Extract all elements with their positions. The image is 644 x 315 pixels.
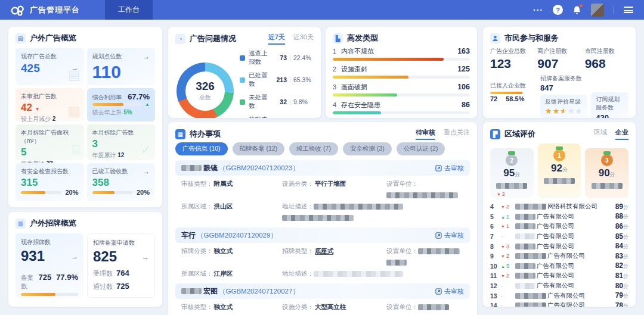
outdoor-ad-title: 户外广告概览: [30, 33, 76, 43]
high-types-card: ▙ 高发类型 1内容不规范163 2设施歪斜125 3画面破损106 4存在安全…: [326, 27, 477, 118]
redacted-block: [515, 253, 546, 259]
pill-completion-acceptance[interactable]: 竣工验收 (7): [289, 142, 338, 155]
redacted-block: [418, 304, 449, 310]
stat-removed-count: 本月拆除广告数 3 年度累计 12 ✓: [87, 124, 156, 160]
redacted-block: [181, 288, 202, 294]
podium-rank-1[interactable]: 1 92分: [538, 144, 581, 198]
issues-donut-chart: 326 总数: [177, 63, 234, 118]
tab-last-30-days[interactable]: 近30天: [293, 33, 314, 45]
billboard-icon: ▤: [16, 33, 26, 43]
nav-divider: [614, 6, 614, 14]
redacted-block: [515, 283, 535, 289]
outdoor-sign-title: 户外招牌概览: [30, 218, 76, 229]
podium-rank-3[interactable]: 3 90分: [585, 148, 628, 198]
todo-filter-pills: 广告信息 (10) 招牌备案 (12) 竣工验收 (7) 安全检测 (3) 公司…: [175, 142, 470, 155]
app-logo-icon: [10, 4, 25, 17]
top3-podium: 2 95分 2 1 92分 3 90分: [490, 144, 628, 198]
ranking-row[interactable]: 7 广告有限公司 85分: [490, 232, 628, 242]
stat-merchant-registrations: 商户注册数907: [537, 47, 581, 71]
ranking-row[interactable]: 83 广告有限公司 84分: [490, 241, 628, 251]
redacted-block: [515, 273, 535, 279]
ranking-row[interactable]: 112 广告有限公司 81分: [490, 271, 628, 281]
todo-item: 车行 （GGBM202407120029） 去审核 招牌分类：独立式 招牌类型：…: [175, 227, 470, 280]
ranking-row[interactable]: 12 广告有限公司 80分: [490, 281, 628, 291]
redacted-block: [592, 183, 623, 189]
avatar[interactable]: [591, 4, 604, 17]
help-icon[interactable]: ?: [553, 5, 563, 15]
redacted-block: [515, 204, 546, 210]
watermark-icon: ▤: [68, 67, 80, 83]
redacted-block: [386, 260, 407, 266]
todo-card: ▦ 待办事项 待审核 重点关注 广告信息 (10) 招牌备案 (12) 竣工验收…: [168, 122, 477, 315]
ranking-row[interactable]: 61 广告有限公司 86分: [490, 222, 628, 232]
stat-removed-area: 本月拆除广告面积（m²） 5 年度累计 23 ⌺: [16, 124, 84, 160]
person-icon: [490, 33, 500, 43]
legend-item: 巡查上报数 7322.4%: [240, 49, 314, 66]
more-icon[interactable]: ···: [533, 5, 543, 15]
arrow-right-icon[interactable]: →: [143, 52, 150, 61]
watermark-check-icon: ✓: [141, 142, 151, 158]
ranking-list: 42 网络科技有限公司 89分 51 广告有限公司 88分 61 广告有限公司 …: [490, 202, 628, 307]
go-review-link[interactable]: 去审核: [435, 287, 464, 296]
star-rating: ★★★★★ ★★★★★: [545, 107, 583, 115]
redacted-block: [515, 223, 535, 229]
tab-company[interactable]: 企业: [615, 128, 628, 140]
redacted-block: [282, 215, 354, 221]
pill-sign-record[interactable]: 招牌备案 (12): [233, 142, 285, 155]
bronze-medal-icon: 3: [601, 154, 613, 166]
go-review-link[interactable]: 去审核: [435, 231, 464, 240]
redacted-block: [544, 178, 575, 184]
ad-issues-card: ◔ 广告问题情况 近7天 近30天 326 总数 巡查上报数 7322.4%: [168, 27, 321, 118]
ranking-row[interactable]: 13 广告有限公司 79分: [490, 291, 628, 301]
todo-item: 宏图 （GGBM202407120027） 去审核 审核类型：独立式 设施分类：…: [175, 283, 470, 315]
pill-safety-inspection[interactable]: 安全检测 (3): [343, 142, 392, 155]
tab-region[interactable]: 区域: [594, 128, 607, 140]
legend-item: 超期未处置数 82.5%: [240, 116, 314, 118]
menu-icon[interactable]: [624, 7, 633, 13]
redacted-block: [496, 183, 527, 189]
arrow-right-icon[interactable]: →: [143, 167, 150, 176]
region-eval-card: ▛ 区域评价 区域 企业 2 95分 2 1 92分 3 90分: [483, 122, 636, 307]
pill-company-certification[interactable]: 公司认证 (2): [397, 142, 445, 155]
redacted-block: [515, 244, 535, 249]
stat-ad-companies: 广告企业总数123: [490, 47, 534, 71]
stat-connected-companies: 已接入企业数 7258.5%: [490, 82, 537, 118]
ranking-row[interactable]: 42 网络科技有限公司 89分: [490, 202, 628, 212]
tab-last-7-days[interactable]: 近7天: [268, 33, 285, 45]
arrow-right-icon[interactable]: →: [142, 253, 149, 261]
type-row: 3画面破损106: [333, 83, 470, 96]
stat-unapproved-ads: 未审批广告数 42 ▼ 较上月减少 2 ▦: [16, 88, 84, 121]
arrow-right-icon[interactable]: →: [71, 252, 78, 261]
outdoor-sign-overview-card: ▥ 户外招牌概览 现存招牌数 931 → 备案数 725 77.9% 招牌备案申…: [8, 212, 162, 307]
ranking-icon: ▛: [490, 129, 500, 139]
ranking-row[interactable]: 92 广告有限公司 83分: [490, 251, 628, 261]
top-navbar: 广告管理平台 工作台 ··· ?: [0, 0, 644, 20]
go-review-icon: [435, 288, 442, 295]
redacted-block: [181, 165, 202, 171]
redacted-block: [314, 271, 403, 277]
todo-item: 眼镜 （GGBM202407120023） 去审核 审核类型：附属式 设施分类：…: [175, 160, 470, 224]
tab-key-focus[interactable]: 重点关注: [444, 128, 470, 140]
tab-workbench[interactable]: 工作台: [105, 0, 153, 20]
stat-planned-points[interactable]: 规划点位数 110 →: [87, 48, 156, 85]
podium-rank-2[interactable]: 2 95分 2: [490, 148, 534, 198]
stat-citizen-registrations: 市民注册数968: [585, 47, 628, 71]
app-title: 广告管理平台: [30, 5, 80, 15]
stat-feedback-rating: 反馈评价星级 ★★★★★ ★★★★★: [540, 95, 587, 118]
pill-ad-info[interactable]: 广告信息 (10): [175, 142, 228, 155]
ranking-row[interactable]: 14 广告有限公司 78分: [490, 301, 628, 307]
go-review-link[interactable]: 去审核: [435, 164, 464, 173]
outdoor-ad-overview-card: ▤ 户外广告概览 现存广告总数 425 → ▤ 规划点位数 110 → 未审批广…: [8, 27, 162, 207]
ranking-row[interactable]: 51 广告有限公司 88分: [490, 212, 628, 222]
up-triangle-icon: ▲: [145, 102, 150, 107]
ranking-row[interactable]: 105 广告有限公司 82分: [490, 261, 628, 272]
redacted-block: [515, 302, 546, 307]
stat-existing-signs[interactable]: 现存招牌数 931 → 备案数 725 77.9%: [16, 233, 83, 298]
redacted-block: [515, 233, 535, 239]
tab-pending-review[interactable]: 待审核: [416, 128, 435, 140]
silver-medal-icon: 2: [506, 154, 518, 166]
stat-existing-ads[interactable]: 现存广告总数 425 → ▤: [16, 48, 84, 85]
stat-sign-applications[interactable]: 招牌备案申请数 825 → 受理数764 通过数725: [87, 233, 155, 298]
notification-bell-icon[interactable]: [572, 5, 581, 15]
stat-completed-acceptance[interactable]: 已竣工验收数 358 → 20%: [87, 163, 156, 201]
